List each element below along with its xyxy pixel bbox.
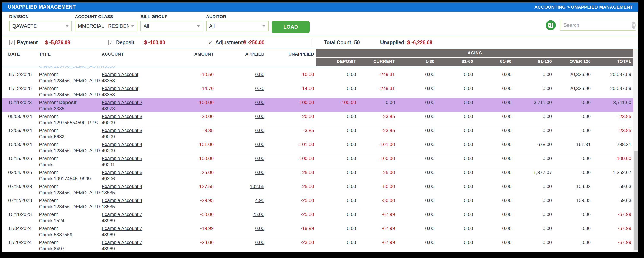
col-header-over-120[interactable]: OVER 120 [554,59,593,64]
row-type: Payment Check 6632 [38,126,100,140]
account-link[interactable]: Example Account 7 [102,226,142,231]
applied-link[interactable]: 0.50 [255,72,264,77]
applied-link[interactable]: 0.00 [255,128,264,133]
total-count-label: Total Count: [324,40,353,45]
row-amount: -19.99 [166,224,216,238]
col-header-unapplied[interactable]: UNAPPLIED [266,52,316,66]
row-account: Example Account 4 49209 [100,140,166,154]
account-link[interactable]: Example Account 3 [102,114,142,119]
unapplied-label: Unapplied: [380,40,406,45]
col-header-current[interactable]: CURRENT [358,59,397,64]
total-count: Total Count: 50 [324,40,360,45]
partially-scrolled-row[interactable]: Check 123456_DEMO_AUTH 43358 [2,66,638,70]
search-box: ✕ [560,20,636,31]
table-row[interactable]: 03/04/2025 Payment Check 109174545_9999 … [2,168,634,182]
applied-link[interactable]: 0.00 [255,156,264,161]
row-check-number: Check 129755554590_PPS... [39,120,100,126]
row-unapplied: -10.00 [266,70,316,84]
account-link[interactable]: Example Account [102,72,138,77]
row-aging-current: -23.85 [358,112,397,126]
clear-search-icon[interactable]: ✕ [632,21,636,29]
account-link[interactable]: Example Account [102,86,138,91]
table-row[interactable]: 07/12/2023 Payment Check 123456_DEMO_AUT… [2,196,634,210]
col-header-1-30[interactable]: 1-30 [397,59,436,64]
col-header-type[interactable]: TYPE [38,52,100,66]
load-button[interactable]: LOAD [272,21,310,33]
table-row[interactable]: 11/20/2024 Payment Check 8497 Example Ac… [2,238,634,252]
table-row[interactable]: 07/10/2023 Payment Check 123456_DEMO_AUT… [2,182,634,196]
row-aging-total: -67.99 [593,224,634,238]
table-row[interactable]: 11/04/2024 Payment Check 5887559 Example… [2,224,634,238]
table-row[interactable]: 05/08/2024 Payment Check 129755554590_PP… [2,112,634,126]
row-amount: -3.85 [166,126,216,140]
row-amount: -29.95 [166,196,216,210]
account-link[interactable]: Example Account 4 [102,142,142,147]
account-link[interactable]: Example Account 7 [102,212,142,217]
row-aging-1-30: 0.00 [397,154,436,168]
row-aging-over-120: 0.00 [554,98,593,112]
applied-link[interactable]: 25.00 [252,212,264,217]
row-aging-61-90: 0.00 [475,182,514,196]
col-header-total[interactable]: TOTAL [593,59,634,64]
row-amount: -20.00 [166,112,216,126]
applied-link[interactable]: 0.70 [255,86,264,91]
col-header-deposit[interactable]: DEPOSIT [316,59,358,64]
row-aging-current: -50.00 [358,182,397,196]
table-row[interactable]: 10/03/2024 Payment Check 123456_DEMO_AUT… [2,140,634,154]
auditor-dropdown[interactable]: All [206,21,269,31]
deposit-label: Deposit [116,40,144,45]
search-input[interactable] [564,22,628,28]
applied-link[interactable]: 0.00 [255,226,264,231]
row-date: 11/12/2025 [2,70,38,84]
table-row[interactable]: 10/11/2023 Payment Check 1524 Example Ac… [2,210,634,224]
scrollbar-thumb[interactable] [634,150,638,250]
row-aging-31-60: 0.00 [436,154,475,168]
applied-link[interactable]: 0.00 [255,170,264,175]
bill-group-dropdown[interactable]: All [140,21,203,31]
excel-export-icon[interactable]: X [546,20,556,30]
account-link[interactable]: Example Account 4 [102,184,142,189]
col-header-91-120[interactable]: 91-120 [514,59,554,64]
row-amount: -14.70 [166,84,216,98]
col-header-31-60[interactable]: 31-60 [436,59,475,64]
account-link[interactable]: Example Account 7 [102,240,142,245]
table-row[interactable]: 10/15/2025 Payment Check Example Account… [2,154,634,168]
col-header-amount[interactable]: AMOUNT [166,52,216,66]
row-aging-deposit: 0.00 [316,196,358,210]
payment-checkbox[interactable]: ✓ [9,40,15,45]
deposit-checkbox[interactable]: ✓ [108,40,114,45]
row-type: Payment Check 123456_DEMO_AUTH [38,140,100,154]
applied-link[interactable]: 102.55 [250,184,264,189]
applied-link[interactable]: 4.95 [255,198,264,203]
applied-link[interactable]: 0.00 [255,240,264,245]
account-link[interactable]: Example Account 4 [102,198,142,203]
account-class-dropdown[interactable]: MMERCIAL , RESIDENTIAL [75,21,138,31]
col-header-applied[interactable]: APPLIED [216,52,266,66]
row-check-number: Check 5887559 [39,232,100,238]
account-link[interactable]: Example Account 6 [102,170,142,175]
col-header-date[interactable]: DATE [2,52,38,66]
col-header-61-90[interactable]: 61-90 [475,59,514,64]
table-row[interactable]: 10/11/2023 Payment Deposit Check 3385 Ex… [2,98,634,112]
applied-link[interactable]: 0.00 [255,142,264,147]
row-applied: 0.00 [216,154,266,168]
division-dropdown[interactable]: QAWASTE [9,21,72,31]
row-aging-1-30: 0.00 [397,126,436,140]
applied-link[interactable]: 0.00 [255,100,264,105]
adjustments-checkbox[interactable]: ✓ [208,40,213,45]
row-type: Payment Check 109174545_9999 [38,168,100,182]
table-row[interactable]: 11/12/2025 Payment Check 123456_DEMO_AUT… [2,84,634,98]
table-row[interactable]: 12/06/2024 Payment Check 6632 Example Ac… [2,126,634,140]
account-link[interactable]: Example Account 5 [102,156,142,161]
col-header-account[interactable]: ACCOUNT [100,52,166,66]
table-row[interactable]: 11/12/2025 Payment Check 123456_DEMO_AUT… [2,70,634,84]
applied-link[interactable]: 0.00 [255,114,264,119]
row-aging-deposit: 0.00 [316,140,358,154]
row-aging-91-120: 0.00 [514,238,554,252]
row-check-number: Check 6632 [39,133,100,140]
account-link[interactable]: Example Account 2 [102,100,142,105]
adjustments-amount: $ -250.00 [244,40,264,45]
account-link[interactable]: Example Account 3 [102,128,142,133]
account-number: 49306 [102,175,166,182]
row-aging-over-120: 20,336.90 [554,84,593,98]
